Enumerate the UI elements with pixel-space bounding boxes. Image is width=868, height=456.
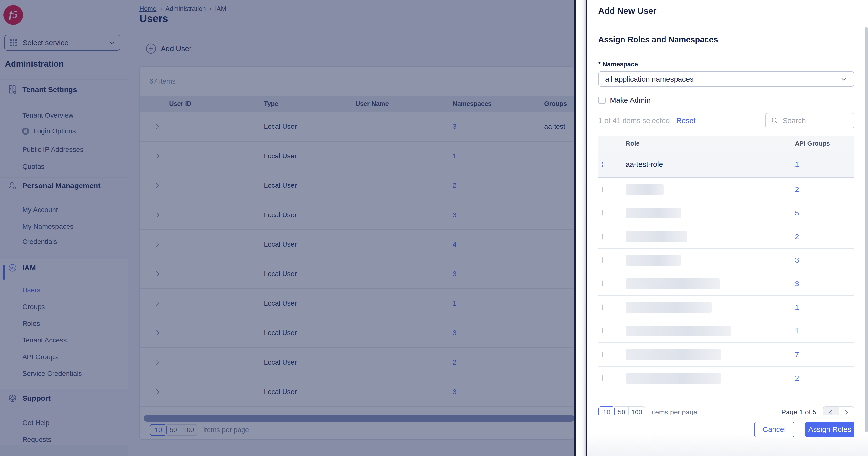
role-checkbox[interactable]	[602, 234, 603, 239]
roles-table: Role API Groups aa-test-role 1 2 5 2 3 3	[598, 136, 854, 390]
role-row[interactable]: 3	[598, 272, 854, 296]
search-icon	[771, 117, 779, 124]
role-checkbox[interactable]	[602, 305, 603, 310]
add-new-user-drawer: Add New User Assign Roles and Namespaces…	[586, 0, 868, 456]
drawer-title: Add New User	[598, 6, 656, 16]
role-checkbox[interactable]	[602, 187, 603, 192]
outer-sheet-edge	[575, 0, 586, 456]
role-row[interactable]: 1	[598, 296, 854, 319]
api-groups-count-link[interactable]: 3	[793, 280, 854, 288]
role-name-redacted	[626, 255, 681, 265]
assign-roles-button[interactable]: Assign Roles	[805, 422, 854, 437]
role-checkbox[interactable]	[602, 210, 603, 216]
drawer-header: Add New User	[587, 0, 868, 22]
vertical-scrollbar[interactable]	[865, 27, 868, 432]
make-admin-label: Make Admin	[610, 96, 651, 105]
role-name-redacted	[626, 302, 712, 313]
api-groups-count-link[interactable]: 5	[793, 209, 854, 217]
role-checkbox[interactable]	[602, 352, 603, 357]
namespace-select[interactable]: all application namespaces	[598, 72, 854, 87]
role-checkbox[interactable]	[602, 328, 603, 334]
role-checkbox[interactable]	[602, 281, 603, 286]
role-row[interactable]: 3	[598, 249, 854, 272]
role-checkbox[interactable]	[602, 257, 603, 263]
col-api-groups[interactable]: API Groups	[793, 140, 854, 147]
namespace-select-value: all application namespaces	[605, 75, 840, 83]
section-title: Assign Roles and Namespaces	[598, 35, 854, 44]
api-groups-count-link[interactable]: 1	[793, 327, 854, 335]
api-groups-count-link[interactable]: 2	[793, 185, 854, 194]
role-checkbox[interactable]	[602, 375, 603, 380]
role-name: aa-test-role	[622, 160, 663, 168]
selection-summary: 1 of 41 items selected -Reset	[598, 116, 696, 125]
role-name-redacted	[626, 208, 681, 219]
make-admin-checkbox-row[interactable]: Make Admin	[598, 96, 854, 105]
role-name-redacted	[626, 373, 721, 383]
role-row[interactable]: 7	[598, 343, 854, 367]
role-row[interactable]: 2	[598, 225, 854, 249]
api-groups-count-link[interactable]: 2	[793, 232, 854, 241]
role-row[interactable]: 2	[598, 178, 854, 201]
role-row[interactable]: 1	[598, 319, 854, 343]
make-admin-checkbox[interactable]	[598, 96, 606, 104]
role-row[interactable]: 2	[598, 367, 854, 390]
role-row[interactable]: 5	[598, 201, 854, 225]
api-groups-count-link[interactable]: 1	[793, 160, 854, 169]
drawer-body: Assign Roles and Namespaces * Namespace …	[587, 22, 868, 415]
api-groups-count-link[interactable]: 3	[793, 256, 854, 264]
api-groups-count-link[interactable]: 2	[793, 374, 854, 382]
drawer-footer: Cancel Assign Roles	[587, 415, 868, 456]
modal-dim-overlay[interactable]	[0, 0, 575, 456]
role-name-redacted	[626, 278, 720, 289]
chevron-down-icon	[840, 76, 847, 83]
search-input[interactable]	[782, 116, 849, 125]
role-row[interactable]: aa-test-role 1	[598, 151, 854, 178]
reset-link[interactable]: Reset	[676, 116, 695, 124]
search-input-wrapper	[765, 113, 854, 129]
selection-row: 1 of 41 items selected -Reset	[598, 113, 854, 129]
api-groups-count-link[interactable]: 7	[793, 350, 854, 359]
role-name-redacted	[626, 325, 731, 336]
app-window: f5 Select service Administration Tenant …	[0, 0, 868, 456]
namespace-label: * Namespace	[598, 60, 854, 68]
role-name-redacted	[626, 231, 687, 242]
role-checkbox[interactable]	[602, 162, 603, 167]
role-name-redacted	[626, 349, 721, 360]
api-groups-count-link[interactable]: 1	[793, 303, 854, 312]
roles-table-header: Role API Groups	[598, 136, 854, 151]
cancel-button[interactable]: Cancel	[754, 422, 794, 437]
role-name-redacted	[626, 184, 664, 195]
col-role[interactable]: Role	[622, 140, 793, 147]
roles-table-body: aa-test-role 1 2 5 2 3 3 1 1	[598, 151, 854, 390]
